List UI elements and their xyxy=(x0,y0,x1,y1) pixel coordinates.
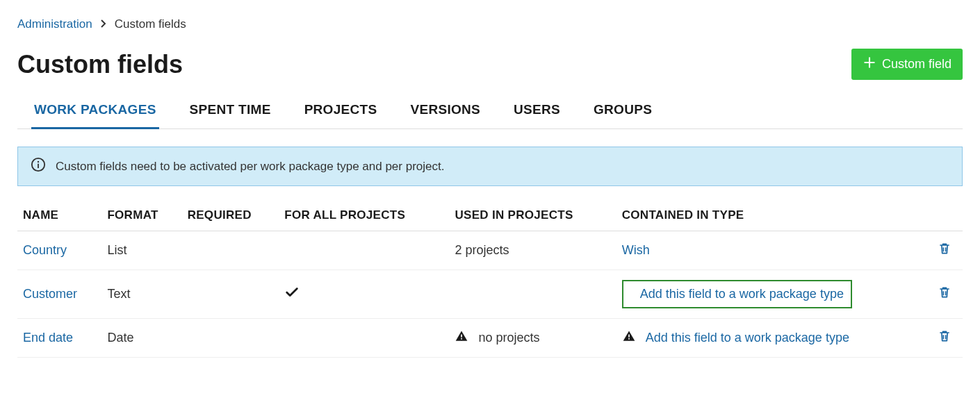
custom-field-name-link[interactable]: Country xyxy=(23,243,67,257)
svg-point-1 xyxy=(38,161,39,163)
info-icon xyxy=(31,157,46,176)
col-for-all[interactable]: FOR ALL PROJECTS xyxy=(279,200,449,231)
required-value xyxy=(182,231,279,270)
table-row: End dateDateno projectsAdd this field to… xyxy=(17,319,963,358)
breadcrumb-current: Custom fields xyxy=(115,17,186,31)
required-value xyxy=(182,319,279,358)
format-value: List xyxy=(101,231,181,270)
contained-in-value: Add this field to a work package type xyxy=(616,270,928,319)
for-all-value xyxy=(279,270,449,319)
check-icon xyxy=(284,285,300,300)
info-banner: Custom fields need to be activated per w… xyxy=(17,147,963,186)
trash-icon xyxy=(938,329,952,344)
svg-point-8 xyxy=(628,338,630,340)
delete-button[interactable] xyxy=(938,241,952,256)
used-in-value xyxy=(449,270,616,319)
chevron-right-icon xyxy=(101,17,106,31)
contained-in-value: Wish xyxy=(616,231,928,270)
for-all-value xyxy=(279,231,449,270)
tab-work-packages[interactable]: WORK PACKAGES xyxy=(31,94,159,129)
svg-rect-7 xyxy=(628,335,630,338)
svg-rect-2 xyxy=(38,164,39,168)
used-in-value: 2 projects xyxy=(449,231,616,270)
svg-rect-5 xyxy=(462,335,463,338)
info-banner-text: Custom fields need to be activated per w… xyxy=(56,160,444,174)
col-required[interactable]: REQUIRED xyxy=(182,200,279,231)
plus-icon xyxy=(863,56,876,73)
used-in-text: no projects xyxy=(478,331,539,345)
add-to-type-link[interactable]: Add this field to a work package type xyxy=(640,287,844,301)
add-to-type-link[interactable]: Add this field to a work package type xyxy=(646,331,849,345)
table-row: CustomerTextAdd this field to a work pac… xyxy=(17,270,963,319)
used-in-value: no projects xyxy=(449,319,616,358)
table-row: CountryList2 projectsWish xyxy=(17,231,963,270)
add-custom-field-button[interactable]: Custom field xyxy=(851,49,963,80)
warning-icon xyxy=(455,329,468,347)
tab-groups[interactable]: GROUPS xyxy=(591,94,655,129)
contained-in-value: Add this field to a work package type xyxy=(616,319,928,358)
format-value: Text xyxy=(101,270,181,319)
col-contained-in[interactable]: CONTAINED IN TYPE xyxy=(616,200,928,231)
tab-spent-time[interactable]: SPENT TIME xyxy=(187,94,274,129)
trash-icon xyxy=(938,285,952,300)
breadcrumb-parent-link[interactable]: Administration xyxy=(17,17,92,31)
delete-button[interactable] xyxy=(938,329,952,344)
tab-versions[interactable]: VERSIONS xyxy=(407,94,483,129)
col-used-in[interactable]: USED IN PROJECTS xyxy=(449,200,616,231)
svg-point-6 xyxy=(461,338,462,340)
tab-projects[interactable]: PROJECTS xyxy=(302,94,380,129)
custom-fields-table: NAME FORMAT REQUIRED FOR ALL PROJECTS US… xyxy=(17,200,963,358)
for-all-value xyxy=(279,319,449,358)
col-actions xyxy=(928,200,963,231)
page-title: Custom fields xyxy=(17,50,183,79)
col-format[interactable]: FORMAT xyxy=(101,200,181,231)
trash-icon xyxy=(938,241,952,256)
custom-field-name-link[interactable]: End date xyxy=(23,331,73,345)
required-value xyxy=(182,270,279,319)
page-header: Custom fields Custom field xyxy=(17,49,963,80)
breadcrumb: Administration Custom fields xyxy=(17,17,963,31)
tab-users[interactable]: USERS xyxy=(511,94,563,129)
add-button-label: Custom field xyxy=(882,57,952,72)
custom-field-name-link[interactable]: Customer xyxy=(23,287,77,301)
col-name[interactable]: NAME xyxy=(17,200,101,231)
tabs: WORK PACKAGES SPENT TIME PROJECTS VERSIO… xyxy=(17,94,963,129)
warning-icon xyxy=(622,329,636,347)
type-link[interactable]: Wish xyxy=(622,243,650,257)
delete-button[interactable] xyxy=(938,285,952,300)
format-value: Date xyxy=(101,319,181,358)
